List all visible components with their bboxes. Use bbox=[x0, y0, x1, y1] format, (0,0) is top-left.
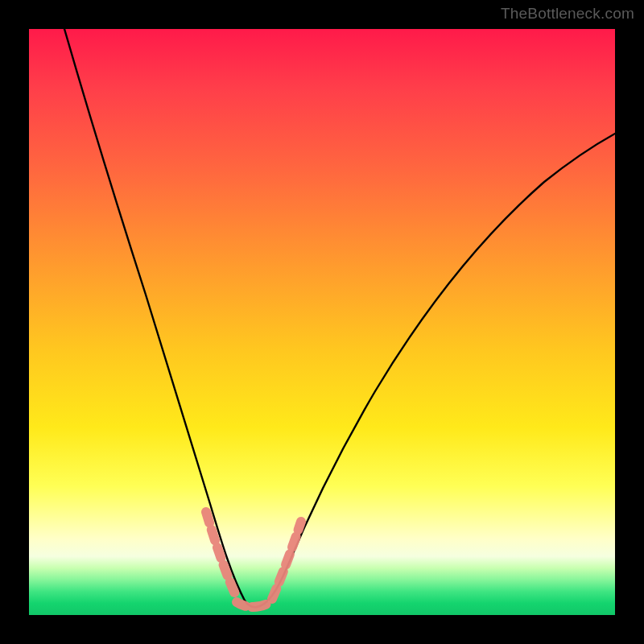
bead-cluster-bottom bbox=[237, 602, 270, 607]
plot-area bbox=[29, 29, 615, 615]
bead-cluster-left bbox=[206, 512, 237, 597]
curve-path bbox=[64, 29, 615, 607]
bottleneck-curve bbox=[29, 29, 615, 615]
chart-frame: TheBottleneck.com bbox=[0, 0, 644, 644]
watermark-text: TheBottleneck.com bbox=[501, 5, 634, 23]
bead-cluster-right bbox=[272, 522, 301, 599]
